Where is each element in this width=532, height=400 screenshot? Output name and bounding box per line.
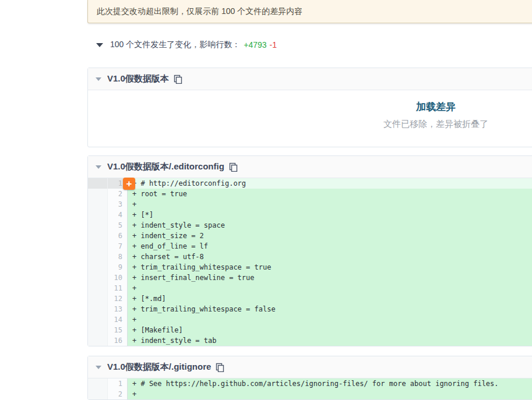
add-comment-button[interactable]: + — [123, 178, 135, 190]
collapsed-diff-body: 加载差异 文件已移除，差异被折叠了 — [88, 90, 532, 147]
old-line-number-cell — [88, 189, 108, 199]
new-line-number-cell: 13 — [108, 304, 128, 314]
old-line-number-cell — [88, 293, 108, 304]
diff-line: 9+ trim_trailing_whitespace = true — [88, 262, 532, 272]
diff-line: 15+ [Makefile] — [88, 325, 532, 335]
diff-line: 12+ [*.md] — [88, 293, 532, 304]
file-header-editorconfig[interactable]: V1.0假数据版本/.editorconfig — [88, 156, 532, 178]
new-line-number-cell: 2 — [108, 189, 128, 199]
file-header-gitignore[interactable]: V1.0假数据版本/.gitignore — [88, 356, 532, 378]
diff-line: 2+ root = true — [88, 189, 532, 199]
old-line-number-cell — [88, 283, 108, 293]
diff-line-content: + # See https://help.github.com/articles… — [128, 378, 532, 389]
diff-line-content: + trim_trailing_whitespace = false — [128, 304, 532, 314]
diff-line-content: + [*] — [128, 210, 532, 220]
new-line-number-cell: 9 — [108, 262, 128, 272]
diff-table: 1+ # See https://help.github.com/article… — [88, 378, 532, 399]
file-title: V1.0假数据版本/.editorconfig — [107, 161, 224, 172]
file-removed-message: 文件已移除，差异被折叠了 — [88, 119, 532, 130]
old-line-number-cell — [88, 325, 108, 335]
diff-line-content: + indent_style = space — [128, 220, 532, 231]
deletions-count: -1 — [270, 40, 277, 49]
old-line-number-cell — [88, 314, 108, 325]
additions-count: +4793 — [244, 40, 266, 49]
diff-line: 4+ [*] — [88, 210, 532, 220]
diff-line: 5+ indent_style = space — [88, 220, 532, 231]
old-line-number-cell — [88, 220, 108, 231]
diff-line-content: + insert_final_newline = true — [128, 272, 532, 283]
diff-line-content: + [*.md] — [128, 293, 532, 304]
file-header-v1-root[interactable]: V1.0假数据版本 — [88, 68, 532, 90]
new-line-number-cell: 3 — [108, 199, 128, 210]
old-line-number-cell — [88, 272, 108, 283]
diff-line-content: + — [128, 199, 532, 210]
diff-line: 1+ # See https://help.github.com/article… — [88, 378, 532, 389]
diff-line-content: + indent_style = tab — [128, 335, 532, 346]
copy-path-icon[interactable] — [229, 162, 238, 172]
collapse-triangle-icon[interactable] — [96, 77, 101, 81]
copy-path-icon[interactable] — [174, 75, 182, 84]
diff-line-content: + — [128, 314, 532, 325]
new-line-number-cell: 11 — [108, 283, 128, 293]
diff-line-content: + charset = utf-8 — [128, 252, 532, 262]
new-line-number-cell: 6 — [108, 231, 128, 241]
old-line-number-cell — [88, 241, 108, 252]
diff-table: 1+ # http://editorconfig.org+2+ root = t… — [88, 178, 532, 346]
new-line-number-cell: 1 — [108, 378, 128, 389]
diff-line-content: + [Makefile] — [128, 325, 532, 335]
collapse-triangle-icon[interactable] — [96, 366, 101, 369]
copy-path-icon[interactable] — [216, 363, 224, 372]
collapse-triangle-icon[interactable] — [96, 165, 101, 169]
diff-line: 10+ insert_final_newline = true — [88, 272, 532, 283]
file-title: V1.0假数据版本/.gitignore — [107, 362, 211, 373]
old-line-number-cell — [88, 178, 108, 189]
old-line-number-cell — [88, 199, 108, 210]
new-line-number-cell: 14 — [108, 314, 128, 325]
old-line-number-cell — [88, 335, 108, 346]
old-line-number-cell — [88, 378, 108, 389]
limit-warning-text: 此次提交改动超出限制，仅展示前 100 个文件的差异内容 — [97, 6, 302, 17]
new-line-number-cell: 15 — [108, 325, 128, 335]
diff-line-content: + — [128, 283, 532, 293]
diff-line: 14+ — [88, 314, 532, 325]
old-line-number-cell — [88, 231, 108, 241]
new-line-number-cell: 5 — [108, 220, 128, 231]
old-line-number-cell — [88, 210, 108, 220]
new-line-number-cell: 4 — [108, 210, 128, 220]
change-summary-row: 100 个文件发生了变化，影响行数： +4793 -1 — [87, 40, 532, 50]
file-panel-editorconfig: V1.0假数据版本/.editorconfig 1+ # http://edit… — [87, 155, 532, 346]
new-line-number-cell: 10 — [108, 272, 128, 283]
diff-line-content: + trim_trailing_whitespace = true — [128, 262, 532, 272]
old-line-number-cell — [88, 262, 108, 272]
diff-line: 16+ indent_style = tab — [88, 335, 532, 346]
new-line-number-cell: 12 — [108, 293, 128, 304]
diff-line: 13+ trim_trailing_whitespace = false — [88, 304, 532, 314]
change-summary-text: 100 个文件发生了变化，影响行数： — [110, 40, 240, 50]
new-line-number-cell: 16 — [108, 335, 128, 346]
diff-line-content: + — [128, 389, 532, 399]
diff-line-content: + # http://editorconfig.org — [128, 178, 532, 189]
load-diff-link[interactable]: 加载差异 — [416, 100, 456, 114]
diff-view-column: 此次提交改动超出限制，仅展示前 100 个文件的差异内容 100 个文件发生了变… — [87, 0, 532, 400]
old-line-number-cell — [88, 252, 108, 262]
collapse-all-triangle-icon[interactable] — [96, 43, 103, 47]
diff-line: 6+ indent_size = 2 — [88, 231, 532, 241]
limit-warning-banner: 此次提交改动超出限制，仅展示前 100 个文件的差异内容 — [87, 0, 532, 23]
new-line-number-cell: 8 — [108, 252, 128, 262]
diff-line: 11+ — [88, 283, 532, 293]
diff-line: 2+ — [88, 389, 532, 399]
file-title: V1.0假数据版本 — [107, 73, 169, 84]
diff-line: 1+ # http://editorconfig.org+ — [88, 178, 532, 189]
file-panel-v1-root: V1.0假数据版本 加载差异 文件已移除，差异被折叠了 — [87, 68, 532, 147]
file-panel-gitignore: V1.0假数据版本/.gitignore 1+ # See https://he… — [87, 356, 532, 400]
diff-line: 8+ charset = utf-8 — [88, 252, 532, 262]
new-line-number-cell: 2 — [108, 389, 128, 399]
new-line-number-cell: 7 — [108, 241, 128, 252]
diff-line-content: + indent_size = 2 — [128, 231, 532, 241]
old-line-number-cell — [88, 304, 108, 314]
diff-line-content: + root = true — [128, 189, 532, 199]
diff-line-content: + end_of_line = lf — [128, 241, 532, 252]
diff-line: 3+ — [88, 199, 532, 210]
old-line-number-cell — [88, 389, 108, 399]
diff-line: 7+ end_of_line = lf — [88, 241, 532, 252]
